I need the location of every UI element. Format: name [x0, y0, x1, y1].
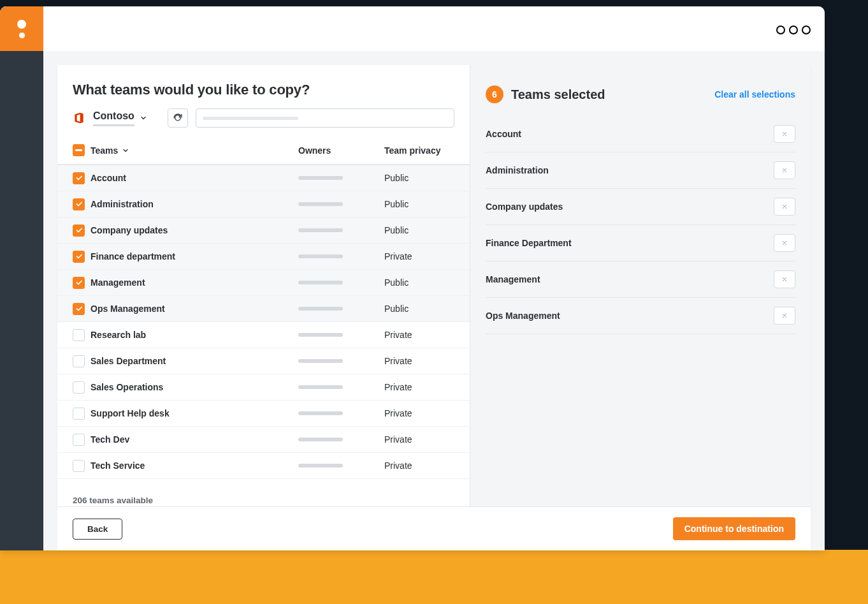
privacy-cell: Public [384, 225, 454, 235]
row-checkbox[interactable] [73, 329, 85, 341]
office-icon [73, 112, 85, 124]
team-name: Administration [90, 199, 298, 209]
owners-cell [298, 176, 384, 180]
row-checkbox[interactable] [73, 460, 85, 472]
selected-item-label: Management [486, 274, 540, 284]
owners-cell [298, 202, 384, 206]
privacy-cell: Private [384, 434, 454, 445]
row-checkbox[interactable] [73, 408, 85, 420]
table-row[interactable]: Company updatesPublic [57, 217, 470, 244]
owners-cell [298, 254, 384, 258]
privacy-cell: Private [384, 408, 454, 418]
app-window: What teams would you like to copy? Conto… [0, 6, 825, 550]
tenant-name: Contoso [93, 110, 134, 126]
row-checkbox[interactable] [73, 381, 85, 394]
privacy-cell: Private [384, 460, 454, 471]
refresh-button[interactable] [168, 108, 188, 128]
team-name: Ops Management [90, 304, 298, 314]
column-teams[interactable]: Teams [90, 145, 298, 156]
row-checkbox[interactable] [73, 355, 85, 367]
selected-item: Ops Management [486, 298, 795, 334]
page-title: What teams would you like to copy? [73, 82, 454, 98]
team-name: Tech Dev [90, 434, 298, 445]
table-row[interactable]: Sales DepartmentPrivate [57, 348, 470, 374]
row-checkbox[interactable] [73, 225, 85, 237]
privacy-cell: Private [384, 356, 454, 366]
footer: Back Continue to destination [57, 506, 811, 550]
selected-count-badge: 6 [486, 85, 503, 103]
selected-item: Management [486, 261, 795, 298]
owners-cell [298, 307, 384, 311]
close-icon [781, 276, 788, 283]
remove-button[interactable] [774, 198, 795, 216]
remove-button[interactable] [774, 270, 795, 288]
remove-button[interactable] [774, 125, 795, 143]
selected-item: Account [486, 116, 795, 152]
table-row[interactable]: Research labPrivate [57, 322, 470, 348]
row-checkbox[interactable] [73, 251, 85, 263]
teams-panel: What teams would you like to copy? Conto… [57, 65, 470, 512]
owners-cell [298, 411, 384, 415]
selection-title: Teams selected [511, 87, 714, 102]
content-area: What teams would you like to copy? Conto… [43, 51, 825, 550]
column-owners: Owners [298, 145, 384, 156]
selected-item-label: Account [486, 129, 521, 139]
privacy-cell: Public [384, 304, 454, 314]
team-name: Research lab [90, 330, 298, 340]
row-checkbox[interactable] [73, 277, 85, 289]
row-checkbox[interactable] [73, 172, 85, 184]
column-privacy: Team privacy [384, 145, 454, 156]
privacy-cell: Private [384, 382, 454, 392]
remove-button[interactable] [774, 307, 795, 325]
table-row[interactable]: Ops ManagementPublic [57, 296, 470, 322]
close-icon [781, 240, 788, 246]
window-control-dot [789, 26, 798, 34]
row-checkbox[interactable] [73, 434, 85, 446]
continue-button[interactable]: Continue to destination [673, 517, 795, 540]
privacy-cell: Private [384, 251, 454, 261]
table-row[interactable]: Tech DevPrivate [57, 427, 470, 453]
window-topbar [0, 6, 825, 51]
refresh-icon [173, 113, 183, 123]
row-checkbox[interactable] [73, 303, 85, 315]
remove-button[interactable] [774, 161, 795, 179]
close-icon [781, 131, 788, 137]
tenant-dropdown[interactable]: Contoso [93, 110, 147, 126]
close-icon [781, 167, 788, 173]
privacy-cell: Public [384, 277, 454, 288]
chevron-down-icon [140, 114, 147, 122]
selected-item: Administration [486, 152, 795, 189]
owners-cell [298, 438, 384, 441]
app-logo [0, 6, 43, 51]
privacy-cell: Public [384, 173, 454, 183]
table-row[interactable]: AdministrationPublic [57, 191, 470, 217]
table-row[interactable]: Finance departmentPrivate [57, 244, 470, 270]
owners-cell [298, 359, 384, 363]
selected-item-label: Finance Department [486, 238, 572, 248]
selected-item-label: Administration [486, 165, 549, 175]
owners-cell [298, 281, 384, 284]
remove-button[interactable] [774, 234, 795, 252]
close-icon [781, 313, 788, 319]
team-name: Finance department [90, 251, 298, 261]
window-control-dot [802, 26, 811, 34]
clear-all-link[interactable]: Clear all selections [714, 89, 795, 99]
selected-item-label: Company updates [486, 202, 563, 212]
close-icon [781, 203, 788, 210]
table-row[interactable]: Support Help deskPrivate [57, 401, 470, 427]
back-button[interactable]: Back [73, 519, 122, 540]
search-input[interactable] [196, 108, 454, 128]
selection-panel: 6 Teams selected Clear all selections Ac… [470, 65, 811, 512]
select-all-checkbox[interactable] [73, 144, 85, 156]
selected-item: Company updates [486, 189, 795, 225]
team-name: Sales Department [90, 356, 298, 366]
row-checkbox[interactable] [73, 198, 85, 210]
team-name: Company updates [90, 225, 298, 235]
left-sidebar [0, 51, 43, 550]
table-row[interactable]: AccountPublic [57, 165, 470, 191]
table-row[interactable]: ManagementPublic [57, 270, 470, 296]
bottom-accent-bar [0, 550, 868, 604]
owners-cell [298, 333, 384, 337]
table-row[interactable]: Sales OperationsPrivate [57, 374, 470, 401]
table-row[interactable]: Tech ServicePrivate [57, 453, 470, 479]
